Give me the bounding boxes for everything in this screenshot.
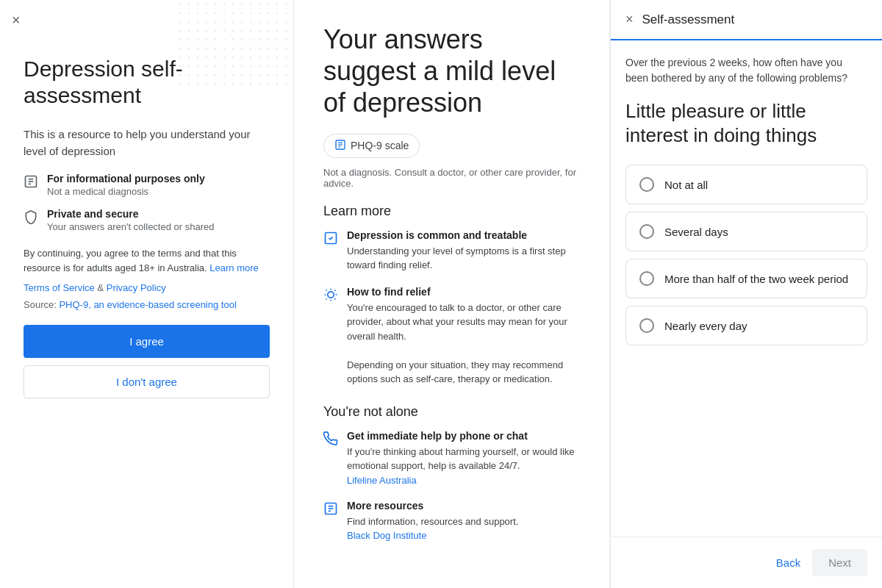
right-footer: Back Next — [611, 537, 882, 588]
resources-icon — [323, 501, 338, 520]
close-button[interactable]: × — [12, 12, 21, 29]
middle-panel: Your answers suggest a mild level of dep… — [294, 0, 610, 588]
next-button[interactable]: Next — [812, 549, 867, 576]
card-resources: More resources Find information, resourc… — [323, 500, 580, 542]
card-resources-desc: Find information, resources and support. — [347, 514, 518, 529]
card-relief: How to find relief You're encouraged to … — [323, 286, 580, 387]
svg-line-13 — [334, 298, 335, 299]
feature-private-text: Private and secure Your answers aren't c… — [47, 208, 214, 233]
radio-several-days — [639, 224, 654, 239]
info-icon — [24, 174, 38, 193]
checkbox-icon — [323, 231, 338, 249]
feature-private-bold: Private and secure — [47, 208, 214, 220]
card-relief-desc: You're encouraged to talk to a doctor, o… — [347, 301, 580, 387]
shield-icon — [24, 209, 38, 228]
card-resources-bold: More resources — [347, 500, 518, 512]
svg-line-12 — [326, 290, 327, 290]
subtitle: This is a resource to help you understan… — [24, 126, 270, 159]
option-not-at-all-label: Not at all — [664, 179, 708, 191]
links-row: Terms of Service & Privacy Policy — [24, 282, 270, 293]
radio-nearly-every-day — [639, 318, 654, 333]
card-phone: Get immediate help by phone or chat If y… — [323, 430, 580, 487]
privacy-policy-link[interactable]: Privacy Policy — [107, 282, 166, 293]
feature-info-text: For informational purposes only Not a me… — [47, 173, 205, 198]
feature-info: For informational purposes only Not a me… — [24, 173, 270, 198]
option-nearly-every-day[interactable]: Nearly every day — [625, 306, 867, 345]
not-diagnosis-text: Not a diagnosis. Consult a doctor, or ot… — [323, 167, 580, 189]
disagree-button[interactable]: I don't agree — [24, 365, 270, 398]
right-close-button[interactable]: × — [625, 12, 634, 27]
feature-private-desc: Your answers aren't collected or shared — [47, 221, 214, 232]
black-dog-link[interactable]: Black Dog Institute — [347, 530, 426, 541]
svg-line-16 — [326, 298, 327, 299]
radio-not-at-all — [639, 177, 654, 192]
card-depression-bold: Depression is common and treatable — [347, 229, 580, 241]
right-body: Over the previous 2 weeks, how often hav… — [611, 40, 882, 537]
card-relief-text: How to find relief You're encouraged to … — [347, 286, 580, 387]
left-panel-content: Depression self-assessment This is a res… — [24, 50, 270, 398]
phq9-link[interactable]: PHQ-9, an evidence-based screening tool — [59, 299, 236, 310]
card-phone-desc: If you're thinking about harming yoursel… — [347, 445, 580, 473]
phq-label: PHQ-9 scale — [351, 140, 409, 151]
option-several-days[interactable]: Several days — [625, 212, 867, 251]
right-header-title: Self-assessment — [642, 12, 735, 27]
option-more-than-half[interactable]: More than half of the two week period — [625, 259, 867, 298]
card-depression-desc: Understanding your level of symptoms is … — [347, 244, 580, 273]
svg-line-17 — [334, 290, 335, 290]
learn-more-heading: Learn more — [323, 204, 580, 219]
back-button[interactable]: Back — [776, 556, 800, 569]
card-resources-text: More resources Find information, resourc… — [347, 500, 518, 542]
card-depression-text: Depression is common and treatable Under… — [347, 229, 580, 273]
card-depression: Depression is common and treatable Under… — [323, 229, 580, 273]
not-alone-heading: You're not alone — [323, 404, 580, 420]
feature-info-desc: Not a medical diagnosis — [47, 186, 148, 197]
card-phone-text: Get immediate help by phone or chat If y… — [347, 430, 580, 487]
option-not-at-all[interactable]: Not at all — [625, 165, 867, 204]
dot-pattern — [176, 0, 293, 88]
source-row: Source: PHQ-9, an evidence-based screeni… — [24, 299, 270, 310]
disclaimer-text: By continuing, you agree to the terms an… — [24, 246, 270, 275]
terms-of-service-link[interactable]: Terms of Service — [24, 282, 95, 293]
lifeline-link[interactable]: Lifeline Australia — [347, 475, 417, 486]
phq-badge[interactable]: PHQ-9 scale — [323, 134, 420, 158]
feature-info-bold: For informational purposes only — [47, 173, 205, 184]
radio-more-than-half — [639, 271, 654, 286]
result-title: Your answers suggest a mild level of dep… — [323, 24, 580, 119]
card-phone-bold: Get immediate help by phone or chat — [347, 430, 580, 442]
svg-point-9 — [328, 291, 334, 297]
sun-icon — [323, 287, 338, 306]
phq-badge-icon — [334, 139, 346, 153]
right-header: × Self-assessment — [611, 0, 882, 40]
right-panel: × Self-assessment Over the previous 2 we… — [610, 0, 882, 588]
option-more-than-half-label: More than half of the two week period — [664, 273, 848, 285]
question-text: Little pleasure or little interest in do… — [625, 99, 867, 147]
phone-icon — [323, 431, 338, 450]
learn-more-link[interactable]: Learn more — [209, 262, 258, 273]
feature-private: Private and secure Your answers aren't c… — [24, 208, 270, 233]
option-several-days-label: Several days — [664, 226, 728, 238]
card-relief-bold: How to find relief — [347, 286, 580, 298]
left-panel: × Depression self-assessment This is a r… — [0, 0, 294, 588]
question-context: Over the previous 2 weeks, how often hav… — [625, 55, 867, 86]
agree-button[interactable]: I agree — [24, 325, 270, 358]
option-nearly-every-day-label: Nearly every day — [664, 320, 747, 332]
